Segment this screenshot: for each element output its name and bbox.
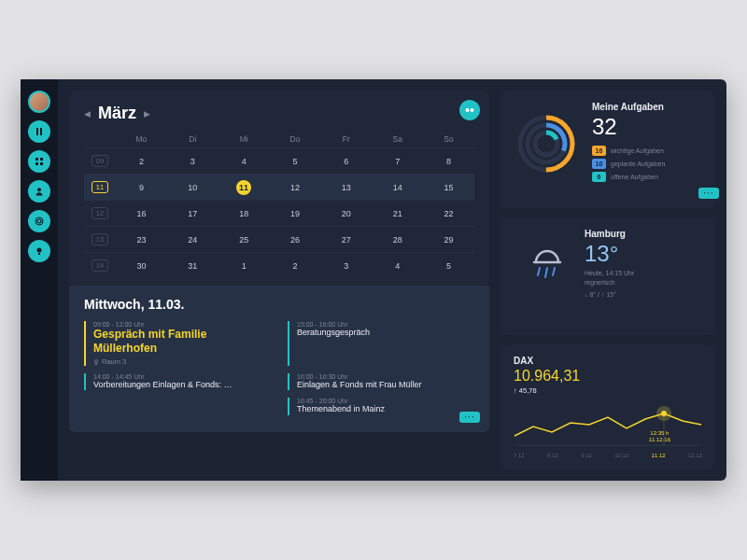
stock-widget: DAX 10.964,31 ↑ 45,78 12:35 h 11.12.16 7…	[500, 344, 715, 469]
weather-city: Hamburg	[585, 229, 702, 239]
calendar-week-row: 119101112131415	[84, 174, 474, 200]
svg-rect-2	[35, 158, 38, 161]
calendar-day[interactable]: 18	[218, 209, 270, 218]
calendar-day[interactable]: 28	[372, 235, 423, 245]
event-room: Raum 3	[93, 357, 271, 366]
task-line: 10geplante Aufgaben	[592, 159, 702, 169]
calendar-week-row: 14303112345	[84, 252, 474, 278]
calendar-day[interactable]: 17	[167, 209, 218, 218]
grid-icon[interactable]	[28, 150, 50, 173]
calendar-day[interactable]: 5	[270, 157, 321, 166]
calendar-day[interactable]: 15	[423, 183, 474, 192]
event-time: 09:00 - 12:00 Uhr	[93, 321, 271, 328]
svg-point-9	[37, 248, 42, 253]
event-title: Vorbereitungen Einlagen & Fonds: …	[93, 380, 271, 390]
task-line: 6offene Aufgaben	[592, 172, 702, 182]
svg-line-21	[545, 268, 547, 277]
svg-point-13	[94, 359, 97, 362]
event-title: Beratungsgespräch	[297, 328, 474, 338]
event-item[interactable]: 16:00 - 16:30 UhrEinlagen & Fonds mit Fr…	[288, 373, 474, 390]
chart-x-axis: 7.12 8.12 9.12 10.12 11.12 12.12	[514, 453, 702, 458]
week-number-badge: 12	[84, 207, 116, 219]
calendar-day[interactable]: 29	[423, 235, 474, 245]
detail-date: Mittwoch, 11.03.	[84, 297, 474, 312]
sidebar	[21, 79, 58, 481]
svg-rect-3	[40, 158, 43, 161]
calendar-day[interactable]: 4	[218, 157, 270, 166]
calendar-day[interactable]: 9	[116, 183, 167, 192]
event-time: 16:00 - 16:30 Uhr	[297, 373, 474, 380]
svg-line-20	[538, 268, 540, 275]
weather-widget: Hamburg 13° Heute, 14:15 Uhrregnerisch ↓…	[500, 217, 715, 335]
calendar-day[interactable]: 1	[218, 261, 270, 271]
svg-rect-1	[40, 128, 42, 135]
calendar-day[interactable]: 26	[270, 235, 321, 245]
event-item[interactable]: 14:00 - 14:45 UhrVorbereitungen Einlagen…	[84, 373, 271, 390]
calendar-day[interactable]: 24	[167, 235, 218, 245]
week-number-badge: 09	[84, 155, 116, 167]
calendar-day[interactable]: 4	[372, 261, 423, 271]
calendar-day[interactable]: 25	[218, 235, 270, 245]
calendar-day[interactable]: 8	[423, 157, 474, 166]
calendar-day[interactable]: 31	[167, 261, 218, 271]
calendar-day[interactable]: 23	[116, 235, 167, 245]
avatar[interactable]	[28, 91, 50, 113]
calendar-day[interactable]: 30	[116, 261, 167, 271]
svg-rect-4	[35, 162, 38, 165]
stock-chart	[514, 400, 702, 447]
calendar-day[interactable]: 2	[116, 157, 167, 166]
calendar-day[interactable]: 27	[320, 235, 372, 245]
add-event-button[interactable]	[459, 100, 480, 120]
calendar-card: ◀ März ▶ Mo Di Mi Do Fr Sa So 092	[69, 91, 489, 286]
tasks-donut-chart	[514, 111, 579, 176]
calendar-day[interactable]: 3	[320, 261, 372, 271]
svg-line-22	[553, 268, 555, 275]
event-item[interactable]: 16:45 - 20:00 UhrThemenabend in Mainz	[288, 398, 474, 414]
cal-next-icon[interactable]: ▶	[144, 109, 150, 119]
calendar-day[interactable]: 16	[116, 209, 167, 218]
calendar-weekdays: Mo Di Mi Do Fr Sa So	[84, 131, 474, 147]
svg-point-7	[37, 219, 41, 223]
svg-rect-5	[40, 162, 43, 165]
event-item[interactable]: 09:00 - 12:00 UhrGespräch mit Familie Mü…	[84, 321, 271, 366]
bulb-icon[interactable]	[28, 240, 50, 262]
calendar-day[interactable]: 10	[167, 183, 218, 192]
calendar-week-row: 1323242526272829	[84, 226, 474, 252]
calendar-day[interactable]: 13	[320, 183, 372, 192]
tasks-total: 32	[592, 114, 702, 140]
event-time: 16:45 - 20:00 Uhr	[297, 398, 474, 404]
svg-point-6	[37, 188, 41, 191]
settings-icon[interactable]	[28, 210, 50, 232]
calendar-day[interactable]: 20	[320, 209, 372, 218]
event-title: Gespräch mit Familie Müllerhofen	[93, 328, 271, 356]
calendar-day[interactable]: 3	[167, 157, 218, 166]
calendar-day[interactable]: 14	[372, 183, 423, 192]
more-tasks-button[interactable]: ···	[698, 188, 719, 199]
stock-value: 10.964,31	[514, 368, 702, 385]
chart-marker-label: 12:35 h 11.12.16	[649, 430, 670, 443]
calendar-day[interactable]: 19	[270, 209, 321, 218]
calendar-day[interactable]: 2	[270, 261, 321, 271]
calendar-month: März	[98, 104, 136, 123]
event-item[interactable]: 15:00 - 16:00 UhrBeratungsgespräch	[288, 321, 474, 366]
stock-name: DAX	[514, 356, 702, 366]
svg-rect-10	[38, 253, 40, 255]
calendar-day[interactable]: 5	[423, 261, 474, 271]
calendar-day[interactable]: 21	[372, 209, 423, 218]
calendar-day[interactable]: 7	[372, 157, 423, 166]
calendar-day[interactable]: 22	[423, 209, 474, 218]
calendar-day[interactable]: 6	[320, 157, 372, 166]
more-events-button[interactable]: ···	[459, 412, 480, 423]
svg-point-8	[35, 217, 43, 225]
calendar-day[interactable]: 12	[270, 183, 321, 192]
calendar-day[interactable]: 11	[218, 180, 270, 195]
event-title: Einlagen & Fonds mit Frau Müller	[297, 380, 474, 390]
cal-prev-icon[interactable]: ◀	[84, 109, 91, 119]
task-line: 16wichtige Aufgaben	[592, 146, 702, 156]
calendar-week-row: 1216171819202122	[84, 200, 474, 226]
pause-icon[interactable]	[28, 120, 50, 143]
week-number-badge: 11	[84, 181, 116, 193]
svg-point-12	[471, 108, 474, 112]
week-number-badge: 14	[84, 259, 116, 272]
user-icon[interactable]	[28, 180, 50, 203]
